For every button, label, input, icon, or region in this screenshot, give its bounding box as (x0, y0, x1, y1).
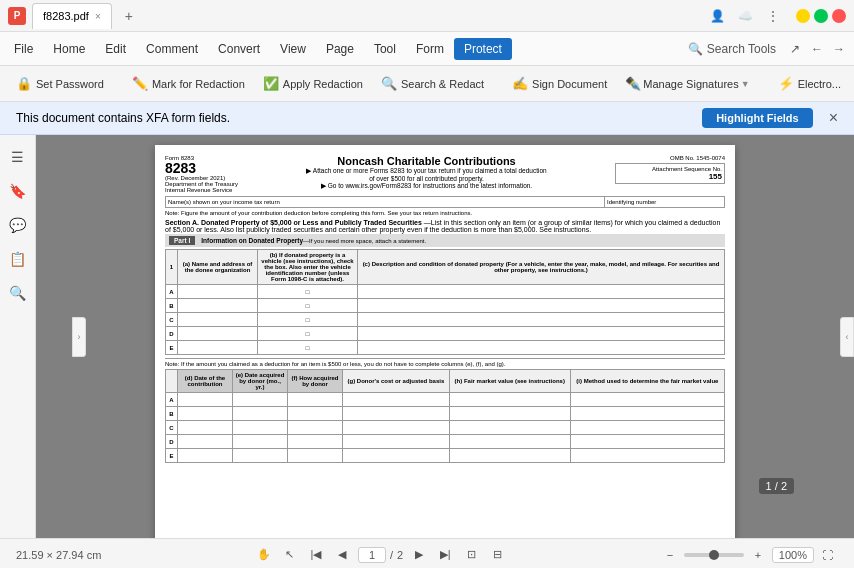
pdf-row-d-col3 (358, 327, 725, 341)
mark-redaction-button[interactable]: ✏️ Mark for Redaction (124, 72, 253, 95)
xfa-notice-bar: This document contains XFA form fields. … (0, 102, 854, 135)
pdf-t2-col-d: (d) Date of the contribution (178, 370, 233, 393)
pdf-row-e-col1 (178, 341, 258, 355)
pdf-t2-d-i (570, 435, 724, 449)
pdf-t2-a-h (449, 393, 570, 407)
menu-page[interactable]: Page (316, 38, 364, 60)
toolbar: 🔒 Set Password ✏️ Mark for Redaction ✅ A… (0, 66, 854, 102)
menu-protect[interactable]: Protect (454, 38, 512, 60)
apply-redaction-icon: ✅ (263, 76, 279, 91)
new-tab-button[interactable]: + (118, 5, 140, 27)
zoom-level[interactable]: 100% (772, 547, 814, 563)
right-panel-collapse[interactable]: ‹ (840, 317, 854, 357)
page-indicator: 1 / 2 (358, 547, 403, 563)
fit-width-button[interactable]: ⊟ (487, 545, 507, 565)
pdf-row-d-col1 (178, 327, 258, 341)
pdf-part-i-header: Part I Information on Donated Property —… (165, 234, 725, 247)
menu-view[interactable]: View (270, 38, 316, 60)
sidebar-bookmarks-icon[interactable]: 🔖 (4, 177, 32, 205)
pdf-row-b-col1 (178, 299, 258, 313)
menu-tool[interactable]: Tool (364, 38, 406, 60)
xfa-close-button[interactable]: × (829, 109, 838, 127)
pdf-t2-e-f (288, 449, 343, 463)
pdf-t2-b-h (449, 407, 570, 421)
share-button[interactable]: ↗ (784, 38, 806, 60)
forward-button[interactable]: → (828, 38, 850, 60)
status-center: ✋ ↖ |◀ ◀ 1 / 2 ▶ ▶| ⊡ ⊟ (254, 545, 507, 565)
next-page-button[interactable]: ▶ (409, 545, 429, 565)
pdf-identifying-field: Identifying number (605, 196, 725, 208)
pdf-form-line2: of over $500 for all contributed propert… (244, 175, 609, 182)
highlight-fields-button[interactable]: Highlight Fields (702, 108, 813, 128)
menu-form[interactable]: Form (406, 38, 454, 60)
pdf-row-d-label: D (166, 327, 178, 341)
electro-button[interactable]: ⚡ Electro... (770, 72, 849, 95)
pdf-title-block: Noncash Charitable Contributions ▶ Attac… (244, 155, 609, 193)
pdf-row-a-label: A (166, 285, 178, 299)
sidebar-search-icon[interactable]: 🔍 (4, 279, 32, 307)
left-panel-collapse[interactable]: › (72, 317, 86, 357)
app-icon: P (8, 7, 26, 25)
close-tab-button[interactable]: × (95, 11, 101, 22)
zoom-out-button[interactable]: − (660, 545, 680, 565)
set-password-button[interactable]: 🔒 Set Password (8, 72, 112, 95)
restore-button[interactable] (814, 9, 828, 23)
mark-redaction-icon: ✏️ (132, 76, 148, 91)
pdf-t2-a-i (570, 393, 724, 407)
pdf-row-d-col2: □ (258, 327, 358, 341)
pdf-col-a: (a) Name and address of the donee organi… (178, 250, 258, 285)
menu-convert[interactable]: Convert (208, 38, 270, 60)
zoom-slider[interactable] (684, 553, 744, 557)
sidebar-comments-icon[interactable]: 💬 (4, 211, 32, 239)
menu-comment[interactable]: Comment (136, 38, 208, 60)
sidebar-layers-icon[interactable]: 📋 (4, 245, 32, 273)
menu-edit[interactable]: Edit (95, 38, 136, 60)
back-button[interactable]: ← (806, 38, 828, 60)
prev-page-button[interactable]: ◀ (332, 545, 352, 565)
sign-document-button[interactable]: ✍️ Sign Document (504, 72, 615, 95)
last-page-button[interactable]: ▶| (435, 545, 455, 565)
set-password-label: Set Password (36, 78, 104, 90)
status-bar: 21.59 × 27.94 cm ✋ ↖ |◀ ◀ 1 / 2 ▶ ▶| ⊡ ⊟… (0, 538, 854, 568)
menu-file[interactable]: File (4, 38, 43, 60)
pdf-part-i-label: Part I (169, 236, 195, 245)
search-redact-button[interactable]: 🔍 Search & Redact (373, 72, 492, 95)
file-tab[interactable]: f8283.pdf × (32, 3, 112, 29)
apply-redaction-button[interactable]: ✅ Apply Redaction (255, 72, 371, 95)
table-row: E (166, 449, 725, 463)
pdf-t2-d-g (343, 435, 450, 449)
pdf-t2-col-num (166, 370, 178, 393)
hand-tool-button[interactable]: ✋ (254, 545, 274, 565)
page-separator: / (390, 549, 393, 561)
menu-home[interactable]: Home (43, 38, 95, 60)
fit-page-button[interactable]: ⊡ (461, 545, 481, 565)
pdf-t2-row-b: B (166, 407, 178, 421)
apply-redaction-label: Apply Redaction (283, 78, 363, 90)
signatures-icon: ✒️ (625, 76, 641, 91)
pdf-row-c-label: C (166, 313, 178, 327)
pdf-t2-b-i (570, 407, 724, 421)
pdf-row-e-col3 (358, 341, 725, 355)
sidebar-pages-icon[interactable]: ☰ (4, 143, 32, 171)
manage-signatures-label: Manage Signatures (643, 78, 738, 90)
search-redact-icon: 🔍 (381, 76, 397, 91)
fullscreen-button[interactable]: ⛶ (818, 545, 838, 565)
search-tools-label: Search Tools (707, 42, 776, 56)
page-badge: 1 / 2 (759, 478, 794, 494)
more-options-button[interactable]: ⋮ (762, 5, 784, 27)
minimize-button[interactable] (796, 9, 810, 23)
pdf-form-header: Form 8283 8283 (Rev. December 2021) Depa… (165, 155, 725, 193)
manage-signatures-button[interactable]: ✒️ Manage Signatures ▼ (617, 72, 757, 95)
first-page-button[interactable]: |◀ (306, 545, 326, 565)
zoom-in-button[interactable]: + (748, 545, 768, 565)
table-row: C □ (166, 313, 725, 327)
pdf-col-c: (c) Description and condition of donated… (358, 250, 725, 285)
pdf-irs: Internal Revenue Service (165, 187, 238, 193)
search-tools-button[interactable]: 🔍 Search Tools (680, 38, 784, 60)
pdf-main-title: Noncash Charitable Contributions (244, 155, 609, 167)
close-window-button[interactable] (832, 9, 846, 23)
select-tool-button[interactable]: ↖ (280, 545, 300, 565)
pdf-t2-a-d (178, 393, 233, 407)
current-page-input[interactable]: 1 (358, 547, 386, 563)
pdf-t2-e-g (343, 449, 450, 463)
